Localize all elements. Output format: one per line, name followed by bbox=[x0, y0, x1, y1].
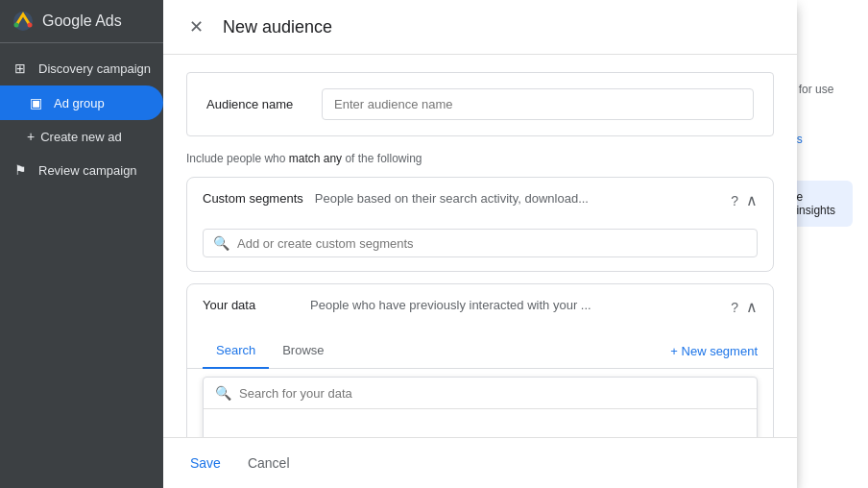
custom-segments-header: Custom segments People based on their se… bbox=[187, 178, 773, 223]
empty-state-illustration bbox=[455, 428, 505, 437]
your-data-label: Your data bbox=[203, 298, 299, 312]
sidebar-item-label: Ad group bbox=[54, 96, 105, 110]
your-data-tabs: Search Browse + New segment bbox=[187, 329, 773, 369]
search-icon: 🔍 bbox=[213, 235, 229, 251]
sidebar-item-label: Discovery campaign bbox=[38, 61, 151, 76]
custom-segments-desc: People based on their search activity, d… bbox=[315, 191, 719, 206]
modal-body: Audience name Include people who match a… bbox=[163, 55, 797, 437]
modal-header: ✕ New audience bbox=[163, 0, 797, 55]
your-data-search-row: 🔍 bbox=[204, 378, 757, 409]
sidebar-item-ad-group[interactable]: ▣ Ad group bbox=[0, 85, 163, 120]
plus-icon: + bbox=[27, 129, 35, 144]
audience-name-section: Audience name bbox=[186, 72, 774, 136]
your-data-card: Your data People who have previously int… bbox=[186, 283, 774, 437]
your-data-empty-state: Start by searching above, or browse your… bbox=[204, 409, 757, 437]
search-icon-your-data: 🔍 bbox=[215, 385, 231, 401]
flag-icon: ⚑ bbox=[12, 161, 29, 179]
main-area: ✕ New audience Audience name Include peo… bbox=[163, 0, 868, 488]
audience-name-label: Audience name bbox=[206, 97, 302, 111]
cancel-button[interactable]: Cancel bbox=[240, 450, 298, 476]
sidebar-item-create-new-ad[interactable]: + Create new ad bbox=[0, 120, 163, 153]
modal-close-button[interactable]: ✕ bbox=[182, 13, 209, 40]
tab-browse[interactable]: Browse bbox=[269, 333, 337, 369]
sidebar-item-label: Create new ad bbox=[40, 130, 122, 144]
custom-segments-search-box: 🔍 bbox=[203, 229, 758, 257]
chevron-up-icon[interactable]: ∧ bbox=[746, 191, 758, 209]
svg-point-2 bbox=[28, 23, 33, 28]
new-audience-modal: ✕ New audience Audience name Include peo… bbox=[163, 0, 797, 488]
help-icon[interactable]: ? bbox=[731, 193, 738, 208]
google-ads-logo-icon bbox=[12, 10, 35, 33]
custom-segments-label: Custom segments bbox=[203, 191, 303, 206]
close-icon: ✕ bbox=[189, 16, 204, 37]
help-icon-your-data[interactable]: ? bbox=[731, 300, 738, 315]
save-button[interactable]: Save bbox=[182, 450, 229, 476]
custom-segments-search-input[interactable] bbox=[237, 236, 747, 251]
your-data-desc: People who have previously interacted wi… bbox=[310, 298, 719, 312]
custom-segments-actions: ? ∧ bbox=[731, 191, 758, 209]
chevron-up-icon-your-data[interactable]: ∧ bbox=[746, 298, 758, 316]
sidebar-header: Google Ads bbox=[0, 0, 163, 43]
sidebar: Google Ads ⊞ Discovery campaign ▣ Ad gro… bbox=[0, 0, 163, 488]
audience-name-input[interactable] bbox=[322, 88, 754, 120]
grid-icon: ⊞ bbox=[12, 60, 29, 77]
your-data-actions: ? ∧ bbox=[731, 298, 758, 316]
custom-segments-card: Custom segments People based on their se… bbox=[186, 177, 774, 272]
your-data-dropdown: 🔍 bbox=[203, 377, 758, 437]
sidebar-item-label: Review campaign bbox=[38, 163, 137, 178]
your-data-header: Your data People who have previously int… bbox=[187, 284, 773, 329]
your-data-search-input[interactable] bbox=[239, 386, 745, 401]
sidebar-item-review-campaign[interactable]: ⚑ Review campaign bbox=[0, 153, 163, 187]
modal-footer: Save Cancel bbox=[163, 437, 797, 488]
sidebar-nav: ⊞ Discovery campaign ▣ Ad group + Create… bbox=[0, 43, 163, 488]
group-icon: ▣ bbox=[27, 94, 44, 111]
new-segment-button[interactable]: + New segment bbox=[670, 334, 758, 368]
sidebar-item-discovery-campaign[interactable]: ⊞ Discovery campaign bbox=[0, 51, 163, 85]
tab-search[interactable]: Search bbox=[203, 333, 269, 369]
app-name-label: Google Ads bbox=[42, 12, 122, 30]
include-description: Include people who match any of the foll… bbox=[186, 152, 774, 165]
svg-point-1 bbox=[14, 23, 19, 28]
modal-title: New audience bbox=[223, 17, 332, 37]
custom-segments-search-row: 🔍 bbox=[187, 223, 773, 271]
